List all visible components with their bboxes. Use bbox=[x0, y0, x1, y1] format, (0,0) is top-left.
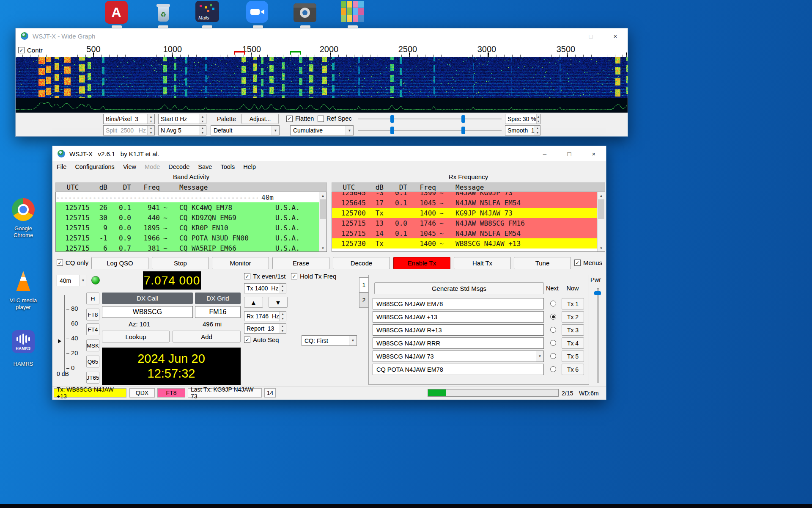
spin-down-icon[interactable]: ▼ bbox=[279, 288, 286, 293]
spin-down-icon[interactable]: ▼ bbox=[199, 119, 206, 124]
slider-handle[interactable] bbox=[461, 127, 465, 134]
waterfall-display[interactable] bbox=[16, 57, 628, 113]
scroll-up-icon[interactable]: ▲ bbox=[319, 192, 326, 199]
dx-call-field[interactable]: WB8SCG bbox=[102, 306, 193, 318]
mode-q65-button[interactable]: Q65 bbox=[86, 356, 99, 367]
chrome-icon[interactable] bbox=[12, 198, 35, 221]
cq-first-select[interactable]: CQ: First ▼ bbox=[302, 335, 357, 346]
decode-row[interactable]: 125715260.1941~CQ KC4WQ EM78U.S.A. bbox=[56, 202, 319, 213]
vlc-icon[interactable] bbox=[14, 271, 33, 291]
decode-row[interactable]: 125645170.11045~N4JAW N5LFA EM54 bbox=[332, 198, 598, 208]
tx4-radio[interactable] bbox=[550, 340, 556, 346]
tx-even-checkbox[interactable]: ✓ Tx even/1st bbox=[244, 273, 286, 280]
spin-down-icon[interactable]: ▼ bbox=[535, 130, 540, 135]
acrobat-shortcut[interactable]: A bbox=[105, 1, 129, 25]
minimize-button[interactable]: – bbox=[532, 146, 557, 161]
menu-configurations[interactable]: Configurations bbox=[71, 161, 119, 172]
decode-row[interactable]: 125715300.0440~CQ KD9ZQN EM69U.S.A. bbox=[56, 213, 319, 223]
tx-down-button[interactable]: ▼ bbox=[269, 297, 288, 308]
hold-tx-freq-checkbox[interactable]: ✓ Hold Tx Freq bbox=[291, 273, 336, 280]
tx6-message-field[interactable]: CQ POTA N4JAW EM78 bbox=[373, 364, 544, 375]
tx4-button[interactable]: Tx 4 bbox=[562, 337, 584, 349]
tx6-button[interactable]: Tx 6 bbox=[562, 364, 584, 375]
dropdown-icon[interactable]: ▼ bbox=[536, 351, 543, 362]
pwr-slider[interactable] bbox=[597, 288, 599, 383]
palette-select[interactable]: Default ▼ bbox=[211, 125, 280, 135]
close-button[interactable]: × bbox=[603, 28, 628, 44]
spinner-arrows[interactable]: ▲▼ bbox=[279, 284, 286, 293]
spin-up-icon[interactable]: ▲ bbox=[537, 114, 540, 119]
dx-grid-field[interactable]: FM16 bbox=[195, 306, 241, 318]
rx-frequency-list[interactable]: 125645-30.11399~N4JAW KG9JP 73 125645170… bbox=[332, 192, 605, 252]
spin-up-icon[interactable]: ▲ bbox=[535, 126, 540, 130]
mode-h-button[interactable]: H bbox=[86, 293, 99, 304]
rx-freq-spinner[interactable]: Rx 1746 Hz ▲▼ bbox=[244, 311, 286, 321]
bins-pixel-spinner[interactable]: Bins/Pixel 3 ▲▼ bbox=[103, 114, 155, 124]
decode-row[interactable]: 125645-30.11399~N4JAW KG9JP 73 bbox=[332, 192, 598, 198]
taskbar[interactable] bbox=[0, 504, 812, 508]
close-button[interactable]: × bbox=[582, 146, 606, 161]
waterfall-gain-slider[interactable] bbox=[358, 114, 502, 124]
menu-tools[interactable]: Tools bbox=[216, 161, 239, 172]
spin-up-icon[interactable]: ▲ bbox=[279, 284, 286, 288]
spinner-arrows[interactable]: ▲▼ bbox=[536, 114, 540, 124]
mails-shortcut[interactable]: Mails bbox=[195, 1, 219, 25]
tx3-message-field[interactable]: WB8SCG N4JAW R+13 bbox=[373, 324, 544, 336]
recycle-bin-shortcut[interactable]: ♻ bbox=[151, 1, 175, 25]
spin-up-icon[interactable]: ▲ bbox=[199, 114, 206, 119]
flatten-checkbox[interactable]: ✓ Flatten bbox=[286, 115, 314, 122]
spin-up-icon[interactable]: ▲ bbox=[148, 114, 154, 119]
spinner-arrows[interactable]: ▲▼ bbox=[535, 126, 540, 135]
hamrs-icon[interactable]: HAMRS bbox=[12, 330, 35, 353]
band-select[interactable]: 40m ▼ bbox=[57, 275, 87, 286]
spinner-arrows[interactable]: ▲▼ bbox=[199, 114, 206, 124]
decode-row[interactable]: 12571560.7381~CQ WA5RIP EM66U.S.A. bbox=[56, 243, 319, 252]
display-mode-select[interactable]: Cumulative ▼ bbox=[290, 125, 354, 135]
scroll-up-icon[interactable]: ▲ bbox=[598, 192, 605, 199]
smooth-spinner[interactable]: Smooth 1 ▲▼ bbox=[505, 125, 540, 135]
halt-tx-button[interactable]: Halt Tx bbox=[454, 257, 511, 269]
decode-row[interactable]: 125715130.01746~N4JAW WB8SCG FM16 bbox=[332, 218, 598, 228]
spinner-arrows[interactable]: ▲▼ bbox=[147, 114, 154, 124]
decode-row[interactable]: 125715140.11045~N4JAW N5LFA EM54 bbox=[332, 228, 598, 238]
adjust-button[interactable]: Adjust... bbox=[241, 114, 279, 124]
slider-handle[interactable] bbox=[461, 115, 465, 123]
scrollbar[interactable]: ▲ ▼ bbox=[597, 192, 605, 251]
mode-msk-button[interactable]: MSK bbox=[86, 340, 99, 351]
menu-view[interactable]: View bbox=[119, 161, 140, 172]
tab-1[interactable]: 1 bbox=[359, 277, 369, 293]
menu-file[interactable]: File bbox=[52, 161, 71, 172]
tab-2[interactable]: 2 bbox=[359, 293, 369, 308]
stop-button[interactable]: Stop bbox=[152, 257, 209, 269]
decode-row[interactable]: 12571590.01895~CQ KR0P EN10U.S.A. bbox=[56, 223, 319, 233]
spin-up-icon[interactable]: ▲ bbox=[279, 324, 286, 329]
generate-std-msgs-button[interactable]: Generate Std Msgs bbox=[374, 282, 544, 294]
decode-button[interactable]: Decode bbox=[333, 257, 390, 269]
lookup-button[interactable]: Lookup bbox=[102, 331, 170, 342]
tx6-radio[interactable] bbox=[550, 366, 556, 372]
auto-seq-checkbox[interactable]: ✓ Auto Seq bbox=[244, 336, 279, 343]
add-button[interactable]: Add bbox=[173, 331, 241, 342]
mode-jt65-button[interactable]: JT65 bbox=[86, 372, 99, 384]
erase-button[interactable]: Erase bbox=[272, 257, 329, 269]
spin-up-icon[interactable]: ▲ bbox=[280, 312, 286, 316]
tx4-message-field[interactable]: WB8SCG N4JAW RRR bbox=[373, 337, 544, 349]
menu-save[interactable]: Save bbox=[194, 161, 216, 172]
tx3-button[interactable]: Tx 3 bbox=[562, 324, 584, 336]
tx-up-button[interactable]: ▲ bbox=[244, 297, 263, 308]
monitor-button[interactable]: Monitor bbox=[212, 257, 269, 269]
spinner-arrows[interactable]: ▲▼ bbox=[199, 126, 206, 135]
spinner-arrows[interactable]: ▲▼ bbox=[279, 312, 286, 321]
decode-row[interactable]: 125715-10.91966~CQ POTA N3UD FN00U.S.A. bbox=[56, 233, 319, 243]
scrollbar-thumb[interactable] bbox=[598, 199, 604, 219]
menu-decode[interactable]: Decode bbox=[164, 161, 194, 172]
slider-handle[interactable] bbox=[390, 127, 394, 134]
chrome-label[interactable]: Google Chrome bbox=[8, 225, 38, 238]
spin-down-icon[interactable]: ▼ bbox=[280, 316, 286, 321]
spec-spinner[interactable]: Spec 30 % ▲▼ bbox=[505, 114, 540, 124]
tx2-button[interactable]: Tx 2 bbox=[562, 311, 584, 323]
spinner-arrows[interactable]: ▲▼ bbox=[279, 324, 286, 333]
menus-checkbox[interactable]: ✓ Menus bbox=[574, 259, 602, 266]
tx-row[interactable]: 125700Tx1400~KG9JP N4JAW 73 bbox=[332, 208, 598, 218]
tx2-message-field[interactable]: WB8SCG N4JAW +13 bbox=[373, 311, 544, 323]
